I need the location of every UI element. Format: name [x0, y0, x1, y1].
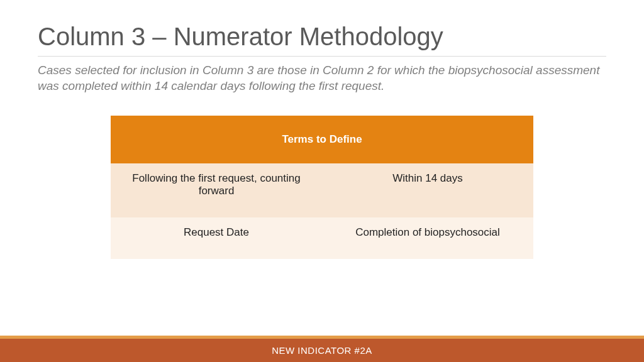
slide-content: Column 3 – Numerator Methodology Cases s…	[0, 0, 644, 259]
table-header: Terms to Define	[111, 116, 533, 163]
slide-title: Column 3 – Numerator Methodology	[38, 23, 606, 57]
table-cell-right: Completion of biopsychosocial	[322, 217, 533, 259]
slide-footer: NEW INDICATOR #2A	[0, 336, 644, 362]
terms-table-container: Terms to Define Following the first requ…	[111, 116, 533, 259]
table-row: Following the first request, counting fo…	[111, 163, 533, 217]
table-cell-left: Following the first request, counting fo…	[111, 163, 322, 217]
table-cell-right: Within 14 days	[322, 163, 533, 217]
table-row: Request Date Completion of biopsychosoci…	[111, 217, 533, 259]
footer-label: NEW INDICATOR #2A	[0, 339, 644, 362]
terms-table: Terms to Define Following the first requ…	[111, 116, 533, 259]
slide-subtitle: Cases selected for inclusion in Column 3…	[38, 63, 606, 94]
table-cell-left: Request Date	[111, 217, 322, 259]
